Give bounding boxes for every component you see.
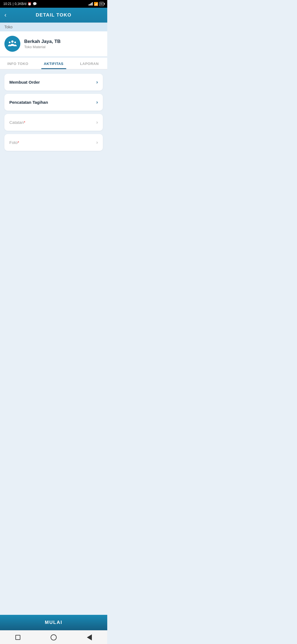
chevron-right-icon: ›	[96, 140, 98, 145]
header: ‹ DETAIL TOKO	[0, 8, 107, 23]
chevron-right-icon: ›	[96, 99, 98, 105]
content-area: Membuat Order › Pencatatan Tagihan › Cat…	[0, 69, 107, 234]
store-name: Berkah Jaya, TB	[24, 39, 61, 44]
alarm-icon: ⏰	[28, 2, 32, 6]
required-star: *	[24, 120, 25, 125]
svg-point-0	[11, 40, 13, 43]
store-info: Berkah Jaya, TB Toko Material	[0, 31, 107, 56]
store-details: Berkah Jaya, TB Toko Material	[24, 39, 61, 49]
tab-laporan[interactable]: LAPORAN	[72, 58, 107, 69]
back-button[interactable]: ‹	[4, 12, 14, 19]
status-left: 10:21 | 0,1KB/d ⏰ 💬	[3, 2, 37, 6]
tabs: INFO TOKO AKTIFITAS LAPORAN	[0, 58, 107, 69]
time: 10:21	[3, 2, 12, 6]
signal-icon	[89, 2, 93, 6]
membuat-order-item[interactable]: Membuat Order ›	[4, 74, 103, 91]
wifi-icon: 📶	[94, 2, 98, 6]
separator: |	[13, 2, 13, 6]
catatan-item[interactable]: Catatan* ›	[4, 114, 103, 131]
chevron-right-icon: ›	[96, 119, 98, 125]
status-bar: 10:21 | 0,1KB/d ⏰ 💬 📶 80	[0, 0, 107, 8]
network-speed: 0,1KB/d	[15, 2, 26, 6]
store-type: Toko Material	[24, 45, 61, 49]
pencatatan-tagihan-item[interactable]: Pencatatan Tagihan ›	[4, 94, 103, 111]
tab-aktifitas[interactable]: AKTIFITAS	[36, 58, 72, 69]
foto-label: Foto*	[9, 140, 19, 145]
required-star: *	[18, 140, 19, 145]
chevron-right-icon: ›	[96, 79, 98, 85]
foto-item[interactable]: Foto* ›	[4, 134, 103, 151]
catatan-label: Catatan*	[9, 120, 25, 125]
store-avatar-icon	[7, 39, 17, 49]
svg-point-1	[9, 42, 10, 43]
whatsapp-icon: 💬	[33, 2, 37, 6]
breadcrumb: Toko	[0, 23, 107, 31]
pencatatan-tagihan-label: Pencatatan Tagihan	[9, 100, 48, 105]
page-title: DETAIL TOKO	[14, 12, 93, 18]
status-right: 📶 80	[89, 2, 104, 6]
store-avatar	[4, 36, 20, 52]
battery-level: 80	[100, 2, 103, 6]
battery-icon: 80	[99, 2, 104, 6]
membuat-order-label: Membuat Order	[9, 80, 40, 84]
svg-point-2	[14, 42, 16, 43]
tab-info-toko[interactable]: INFO TOKO	[0, 58, 36, 69]
